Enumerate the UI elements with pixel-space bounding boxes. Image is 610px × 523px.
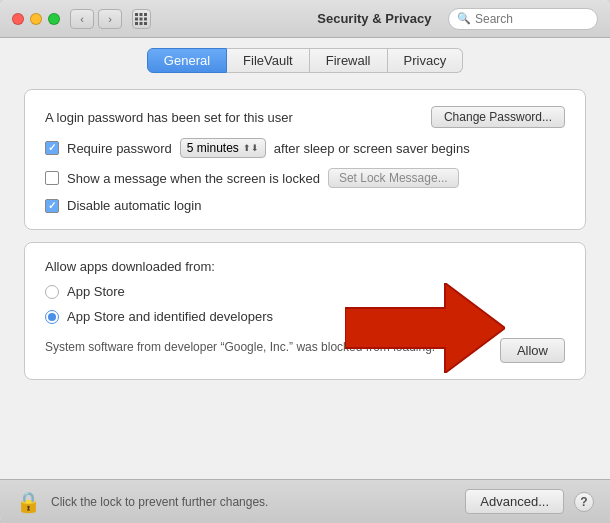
close-button[interactable] <box>12 13 24 25</box>
allow-button[interactable]: Allow <box>500 338 565 363</box>
svg-rect-3 <box>135 17 138 20</box>
tab-firewall[interactable]: Firewall <box>310 48 388 73</box>
dropdown-value: 5 minutes <box>187 141 239 155</box>
dropdown-arrow-icon: ⬆⬇ <box>243 143 259 153</box>
password-header-text: A login password has been set for this u… <box>45 110 293 125</box>
password-section: A login password has been set for this u… <box>24 89 586 230</box>
maximize-button[interactable] <box>48 13 60 25</box>
lock-text: Click the lock to prevent further change… <box>51 495 455 509</box>
password-header: A login password has been set for this u… <box>45 106 565 128</box>
title-bar: ‹ › Security & Privacy 🔍 <box>0 0 610 38</box>
change-password-button[interactable]: Change Password... <box>431 106 565 128</box>
radio-row-identified: App Store and identified developers <box>45 309 565 324</box>
svg-rect-7 <box>140 22 143 25</box>
svg-rect-4 <box>140 17 143 20</box>
main-content: General FileVault Firewall Privacy A log… <box>0 38 610 479</box>
tab-privacy[interactable]: Privacy <box>388 48 464 73</box>
require-password-label-after: after sleep or screen saver begins <box>274 141 470 156</box>
tab-filevault[interactable]: FileVault <box>227 48 310 73</box>
minimize-button[interactable] <box>30 13 42 25</box>
svg-rect-5 <box>144 17 147 20</box>
radio-appstore[interactable] <box>45 285 59 299</box>
traffic-lights <box>12 13 60 25</box>
password-time-dropdown[interactable]: 5 minutes ⬆⬇ <box>180 138 266 158</box>
svg-rect-2 <box>144 13 147 16</box>
window-title: Security & Privacy <box>317 11 431 26</box>
radio-identified[interactable] <box>45 310 59 324</box>
show-message-checkbox[interactable] <box>45 171 59 185</box>
grid-button[interactable] <box>132 9 151 29</box>
require-password-row: ✓ Require password 5 minutes ⬆⬇ after sl… <box>45 138 565 158</box>
search-input[interactable] <box>475 12 589 26</box>
radio-identified-label: App Store and identified developers <box>67 309 273 324</box>
require-password-label-before: Require password <box>67 141 172 156</box>
show-message-row: Show a message when the screen is locked… <box>45 168 565 188</box>
bottom-bar: 🔒 Click the lock to prevent further chan… <box>0 479 610 523</box>
set-lock-message-button[interactable]: Set Lock Message... <box>328 168 459 188</box>
nav-buttons: ‹ › <box>70 9 122 29</box>
search-icon: 🔍 <box>457 12 471 25</box>
svg-rect-8 <box>144 22 147 25</box>
disable-login-row: ✓ Disable automatic login <box>45 198 565 213</box>
apps-section-inner: Allow apps downloaded from: App Store Ap… <box>45 259 565 363</box>
apps-header: Allow apps downloaded from: <box>45 259 565 274</box>
back-button[interactable]: ‹ <box>70 9 94 29</box>
tab-bar: General FileVault Firewall Privacy <box>24 48 586 73</box>
apps-section: Allow apps downloaded from: App Store Ap… <box>24 242 586 380</box>
main-window: ‹ › Security & Privacy 🔍 <box>0 0 610 523</box>
require-password-checkbox[interactable]: ✓ <box>45 141 59 155</box>
tab-general[interactable]: General <box>147 48 227 73</box>
show-message-label: Show a message when the screen is locked <box>67 171 320 186</box>
blocked-row: System software from developer “Google, … <box>45 338 565 363</box>
help-button[interactable]: ? <box>574 492 594 512</box>
radio-row-appstore: App Store <box>45 284 565 299</box>
disable-login-label: Disable automatic login <box>67 198 201 213</box>
radio-dot <box>48 313 56 321</box>
blocked-message: System software from developer “Google, … <box>45 338 488 356</box>
svg-rect-1 <box>140 13 143 16</box>
lock-icon[interactable]: 🔒 <box>16 490 41 514</box>
password-section-inner: A login password has been set for this u… <box>45 106 565 213</box>
svg-rect-0 <box>135 13 138 16</box>
search-box[interactable]: 🔍 <box>448 8 598 30</box>
disable-login-checkbox[interactable]: ✓ <box>45 199 59 213</box>
forward-button[interactable]: › <box>98 9 122 29</box>
advanced-button[interactable]: Advanced... <box>465 489 564 514</box>
radio-appstore-label: App Store <box>67 284 125 299</box>
svg-rect-6 <box>135 22 138 25</box>
